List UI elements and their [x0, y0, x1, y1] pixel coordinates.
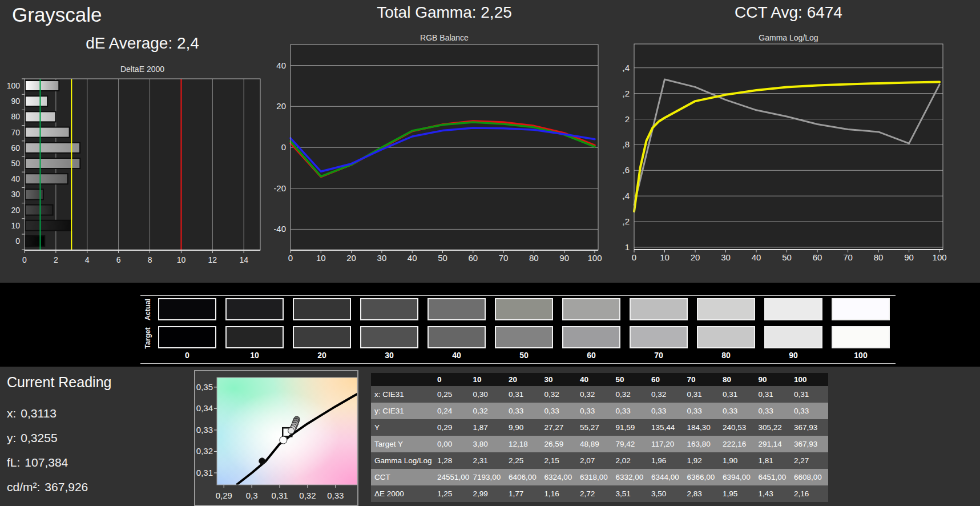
- cie-chromaticity-chart: 0,350,340,330,320,310,290,30,310,320,33: [195, 371, 357, 505]
- swatch-target-80: [697, 326, 755, 348]
- axis-label: 10: [316, 253, 326, 263]
- table-row-0: x: CIE310,250,300,310,320,320,320,320,31…: [371, 386, 828, 403]
- table-cell: 0,30: [471, 386, 507, 403]
- table-cell: 291,14: [757, 436, 793, 452]
- table-row-2: Y0,291,879,9027,2755,2791,59135,44184,30…: [371, 419, 828, 436]
- axis-label: 70: [843, 252, 853, 262]
- plot-background: [634, 44, 943, 250]
- table-cell: 0,33: [757, 403, 793, 419]
- axis-label: 1,4: [622, 191, 630, 200]
- axis-label: 14: [239, 255, 248, 264]
- axis-label: 40: [752, 252, 761, 262]
- table-header-cell: 10: [471, 373, 507, 386]
- bar-level-70: [25, 127, 70, 138]
- table-cell: 163,80: [685, 436, 721, 452]
- swatch-strip-top-divider: [140, 295, 896, 296]
- swatch-actual-50: [495, 298, 553, 320]
- measurement-point-6: [288, 428, 295, 434]
- grayscale-swatch-band: Actual Target 0102030405060708090100: [0, 283, 980, 367]
- axis-label: 50: [438, 253, 447, 263]
- table-cell: 26,59: [543, 436, 579, 452]
- cct-avg-text: CCT Avg: 6474: [634, 3, 943, 22]
- axis-label: 70: [11, 128, 20, 137]
- table-cell: 0,31: [757, 386, 793, 403]
- table-cell: 1,16: [543, 485, 579, 502]
- table-cell: 222,16: [721, 436, 757, 452]
- table-cell: 0,33: [650, 403, 685, 419]
- table-cell: 9,90: [507, 419, 543, 436]
- table-cell: 0,32: [471, 403, 507, 419]
- swatch-actual-0: [158, 298, 216, 320]
- swatch-level-label-90: 90: [764, 351, 822, 360]
- table-cell: 24551,00: [435, 469, 471, 485]
- table-cell: 6366,00: [685, 469, 721, 485]
- axis-label: 1,2: [622, 216, 630, 226]
- table-cell: 2,27: [792, 452, 828, 469]
- total-gamma-text: Total Gamma: 2,25: [291, 3, 598, 22]
- swatch-strip-bottom-divider: [140, 363, 896, 364]
- table-cell: 0,32: [543, 386, 579, 403]
- bar-level-40: [25, 174, 68, 184]
- axis-label: 1,6: [622, 165, 630, 175]
- table-cell: 0,33: [614, 403, 650, 419]
- axis-label: 12: [208, 255, 217, 264]
- swatch-target-30: [360, 326, 418, 348]
- bar-level-0: [25, 236, 45, 246]
- reading-y: y:0,3255: [7, 431, 58, 445]
- swatch-level-label-70: 70: [630, 351, 688, 360]
- table-cell: 7193,00: [471, 469, 507, 485]
- axis-label: 0,31: [196, 468, 213, 477]
- table-cell: 1,87: [471, 419, 507, 436]
- table-row-5: CCT24551,007193,006406,006324,006318,006…: [371, 469, 828, 485]
- reading-fl-label: fL:: [7, 456, 20, 469]
- swatch-target-20: [293, 326, 351, 348]
- cie-gradient-layer: [217, 378, 357, 485]
- swatch-actual-70: [630, 298, 688, 320]
- measurement-point-8: [280, 436, 287, 444]
- table-cell: 2,83: [685, 485, 721, 502]
- swatch-target-50: [495, 326, 553, 348]
- table-cell: 0,25: [435, 386, 471, 403]
- swatch-actual-40: [428, 298, 486, 320]
- axis-label: 50: [782, 252, 792, 262]
- table-cell: 1,96: [650, 452, 685, 469]
- reading-cdm2: cd/m²:367,926: [7, 480, 88, 494]
- table-header-cell: [371, 373, 435, 386]
- axis-label: 100: [933, 252, 947, 262]
- table-cell: 240,53: [721, 419, 757, 436]
- table-cell: 0,33: [792, 403, 828, 419]
- table-cell: 6332,00: [614, 469, 650, 485]
- table-cell: 184,30: [685, 419, 721, 436]
- axis-label: 10: [11, 221, 20, 230]
- bar-level-100: [25, 81, 59, 91]
- bar-level-90: [25, 96, 47, 106]
- axis-label: 10: [660, 252, 670, 262]
- table-header-cell: 90: [757, 373, 793, 386]
- swatch-level-label-80: 80: [697, 351, 755, 360]
- axis-label: 1: [625, 242, 630, 252]
- table-cell: 0,33: [543, 403, 579, 419]
- axis-label: 4: [85, 255, 90, 264]
- cie-chromaticity-panel: 0,350,340,330,320,310,290,30,310,320,33: [194, 370, 358, 506]
- table-cell: 0,32: [614, 386, 650, 403]
- table-cell: 6324,00: [543, 469, 579, 485]
- axis-label: 0,33: [327, 491, 344, 500]
- axis-label: 0,31: [271, 491, 288, 500]
- axis-label: 20: [691, 252, 700, 262]
- swatch-actual-10: [225, 298, 284, 320]
- table-header-cell: 30: [543, 373, 579, 386]
- swatch-level-label-100: 100: [832, 351, 890, 360]
- table-cell: 1,28: [435, 452, 471, 469]
- axis-label: 20: [346, 253, 356, 263]
- axis-label: 100: [7, 81, 21, 90]
- axis-label: -40: [274, 224, 286, 234]
- axis-label: 10: [177, 255, 186, 264]
- swatch-level-label-50: 50: [495, 351, 553, 360]
- table-cell: 1,43: [757, 485, 793, 502]
- table-cell: 79,42: [614, 436, 650, 452]
- table-cell: 2,16: [792, 485, 828, 502]
- table-row-3: Target Y0,003,8012,1826,5948,8979,42117,…: [371, 436, 828, 452]
- table-cell: 3,50: [650, 485, 685, 502]
- table-cell: 1,77: [507, 485, 543, 502]
- axis-label: 0,32: [299, 491, 316, 500]
